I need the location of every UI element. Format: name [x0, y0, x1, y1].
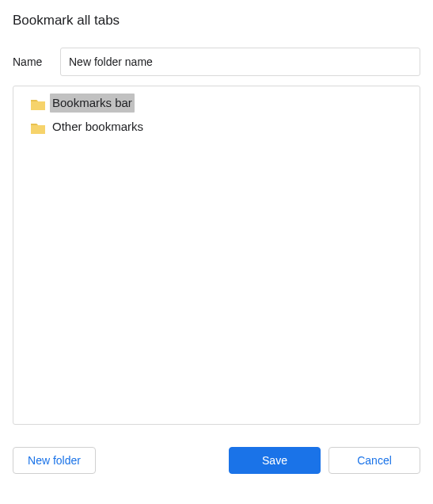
folder-item-other-bookmarks[interactable]: Other bookmarks: [13, 115, 420, 139]
folder-icon: [31, 121, 45, 133]
folder-item-bookmarks-bar[interactable]: Bookmarks bar: [13, 91, 420, 115]
dialog-title: Bookmark all tabs: [13, 13, 420, 29]
save-button[interactable]: Save: [229, 447, 321, 474]
folder-tree[interactable]: Bookmarks bar Other bookmarks: [13, 86, 420, 425]
name-input[interactable]: [60, 48, 420, 76]
folder-label: Bookmarks bar: [50, 94, 135, 113]
folder-icon: [31, 97, 45, 109]
cancel-button[interactable]: Cancel: [329, 447, 420, 474]
name-label: Name: [13, 55, 60, 68]
button-row: New folder Save Cancel: [13, 447, 420, 474]
name-row: Name: [13, 48, 420, 76]
folder-label: Other bookmarks: [50, 117, 146, 136]
new-folder-button[interactable]: New folder: [13, 447, 96, 474]
